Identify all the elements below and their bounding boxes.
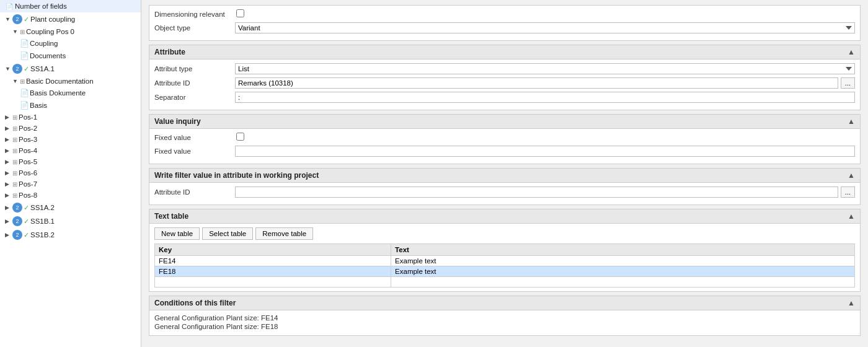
attribute-panel: Attribute ▲ Attribut type List Attribute… — [149, 45, 861, 110]
cell-text: Example text — [391, 256, 855, 266]
sidebar-item-coupling-pos-0[interactable]: ▼ ⊞ Coupling Pos 0 — [0, 26, 141, 37]
select-table-button[interactable]: Select table — [202, 227, 253, 240]
value-inquiry-panel: Value inquiry ▲ Fixed value Fixed value — [149, 114, 861, 164]
conditions-header[interactable]: Conditions of this filter ▲ — [149, 296, 860, 310]
partial-icon3: ▶ — [5, 232, 12, 238]
object-type-row: Object type Variant — [154, 22, 855, 33]
fixed-value-checkbox-row: Fixed value — [154, 133, 855, 143]
sidebar-item-coupling[interactable]: 📄 Coupling — [0, 37, 141, 50]
expand-icon1: ▶ — [5, 114, 12, 120]
attribute-id-ellipsis-button[interactable]: ... — [841, 77, 855, 89]
top-fields-panel: Dimensioning relevant Object type Varian… — [149, 5, 861, 41]
badge-ss1b1: 2 — [12, 216, 22, 226]
remove-table-button[interactable]: Remove table — [255, 227, 313, 240]
sidebar-item-pos4[interactable]: ▶ ⊞ Pos-4 — [0, 145, 141, 156]
attribute-id-input[interactable] — [235, 77, 838, 89]
condition-line-1: General Configuration Plant size: FE14 — [154, 314, 855, 322]
doc-icon4: 📄 — [20, 89, 29, 97]
table-row[interactable] — [155, 277, 855, 288]
sidebar-item-basic-documentation[interactable]: ▼ ⊞ Basic Documentation — [0, 76, 141, 87]
separator-input[interactable] — [235, 92, 855, 103]
attribute-title: Attribute — [154, 48, 185, 56]
collapse-icon4: ▼ — [12, 78, 20, 84]
sidebar-item-pos6[interactable]: ▶ ⊞ Pos-6 — [0, 167, 141, 178]
sidebar-item-pos3[interactable]: ▶ ⊞ Pos-3 — [0, 134, 141, 145]
grid-icon9: ⊞ — [12, 181, 17, 188]
write-filter-header[interactable]: Write filter value in attribute in worki… — [149, 169, 860, 183]
attribute-id-row: Attribute ID ... — [154, 77, 855, 89]
separator-row: Separator — [154, 92, 855, 103]
write-filter-panel: Write filter value in attribute in worki… — [149, 168, 861, 205]
attribute-content: Attribut type List Attribute ID ... Sepa… — [149, 59, 860, 110]
fixed-value-input[interactable] — [235, 146, 855, 157]
expand-icon6: ▶ — [5, 170, 12, 176]
value-inquiry-content: Fixed value Fixed value — [149, 129, 860, 164]
attribut-type-select[interactable]: List — [235, 63, 855, 74]
check-icon5: ✓ — [24, 231, 29, 239]
conditions-title: Conditions of this filter — [154, 299, 236, 307]
value-inquiry-header[interactable]: Value inquiry ▲ — [149, 115, 860, 129]
text-table-title: Text table — [154, 212, 188, 221]
cell-key: FE14 — [155, 256, 391, 266]
sidebar-item-pos7[interactable]: ▶ ⊞ Pos-7 — [0, 178, 141, 190]
write-filter-content: Attribute ID ... — [149, 183, 860, 204]
sidebar-item-plant-coupling[interactable]: ▼ 2 ✓ Plant coupling — [0, 12, 141, 26]
conditions-collapse-icon[interactable]: ▲ — [848, 299, 855, 307]
table-row[interactable]: FE18 Example text — [155, 266, 855, 277]
attribut-type-row: Attribut type List — [154, 63, 855, 74]
sidebar-item-pos1[interactable]: ▶ ⊞ Pos-1 — [0, 112, 141, 123]
fixed-value-checkbox-label: Fixed value — [154, 134, 235, 141]
sidebar-item-number-of-fields[interactable]: 📄 Number of fields — [0, 0, 141, 12]
sidebar-item-basis-dokumente[interactable]: 📄 Basis Dokumente — [0, 87, 141, 99]
write-filter-collapse-icon[interactable]: ▲ — [848, 171, 855, 180]
table-row[interactable]: FE14 Example text — [155, 256, 855, 266]
fixed-value-input-label: Fixed value — [154, 147, 235, 155]
grid-icon4: ⊞ — [12, 125, 17, 132]
grid-icon7: ⊞ — [12, 159, 17, 165]
write-filter-ellipsis-button[interactable]: ... — [841, 187, 855, 198]
expand-icon2: ▶ — [5, 125, 12, 131]
fixed-value-checkbox[interactable] — [236, 133, 244, 141]
dimensioning-row: Dimensioning relevant — [154, 9, 855, 19]
fixed-value-input-value — [235, 146, 855, 157]
sidebar-item-basis[interactable]: 📄 Basis — [0, 99, 141, 112]
sidebar-item-documents[interactable]: 📄 Documents — [0, 50, 141, 62]
object-type-label: Object type — [154, 24, 235, 32]
expand-icon5: ▶ — [5, 159, 12, 165]
attribute-header[interactable]: Attribute ▲ — [149, 45, 860, 59]
fixed-value-input-row: Fixed value — [154, 146, 855, 157]
dimensioning-checkbox[interactable] — [236, 9, 244, 17]
collapse-icon: ▼ — [5, 16, 12, 22]
text-table-collapse-icon[interactable]: ▲ — [848, 212, 855, 221]
check-icon2: ✓ — [24, 65, 29, 73]
badge-plant-coupling: 2 — [12, 14, 22, 24]
attribute-id-value: ... — [235, 77, 855, 89]
attribute-collapse-icon[interactable]: ▲ — [848, 48, 855, 56]
value-inquiry-collapse-icon[interactable]: ▲ — [848, 117, 855, 126]
grid-icon6: ⊞ — [12, 147, 17, 154]
expand-icon7: ▶ — [5, 181, 12, 187]
sidebar-item-pos5[interactable]: ▶ ⊞ Pos-5 — [0, 156, 141, 167]
separator-value — [235, 92, 855, 103]
write-filter-attribute-id-value: ... — [235, 187, 855, 198]
badge-ss1a1: 2 — [12, 64, 22, 74]
grid-icon2: ⊞ — [20, 78, 25, 85]
write-filter-attribute-id-input[interactable] — [235, 187, 838, 198]
table-header-row: Key Text — [155, 244, 855, 256]
object-type-select[interactable]: Variant — [235, 22, 855, 33]
sidebar-item-ss1a1[interactable]: ▼ 2 ✓ SS1A.1 — [0, 62, 141, 76]
dimensioning-label: Dimensioning relevant — [154, 11, 235, 18]
fixed-value-checkbox-value — [235, 133, 855, 143]
sidebar-item-pos8[interactable]: ▶ ⊞ Pos-8 — [0, 190, 141, 201]
sidebar-item-ss1a2[interactable]: ▶ 2 ✓ SS1A.2 — [0, 201, 141, 214]
cell-text — [391, 277, 855, 288]
condition-line-2: General Configuration Plant size: FE18 — [154, 323, 855, 330]
text-table-header[interactable]: Text table ▲ — [149, 209, 860, 224]
sidebar-item-ss1b1[interactable]: ▶ 2 ✓ SS1B.1 — [0, 214, 141, 228]
doc-icon5: 📄 — [20, 101, 29, 110]
new-table-button[interactable]: New table — [154, 227, 200, 240]
sidebar-item-ss1b2[interactable]: ▶ 2 ✓ SS1B.2 — [0, 228, 141, 242]
grid-icon10: ⊞ — [12, 192, 17, 199]
text-table-content: New table Select table Remove table Key … — [149, 224, 860, 291]
sidebar-item-pos2[interactable]: ▶ ⊞ Pos-2 — [0, 123, 141, 134]
